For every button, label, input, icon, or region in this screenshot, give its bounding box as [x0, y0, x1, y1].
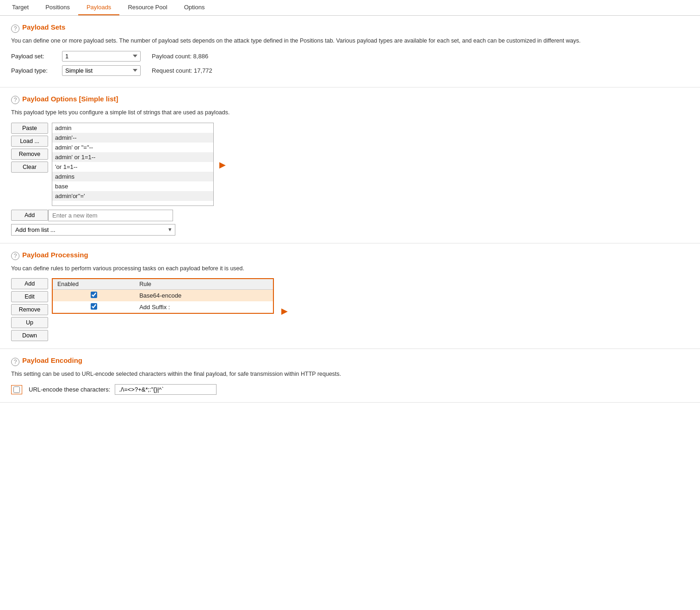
request-count: Request count: 17,772 [152, 67, 212, 74]
encoding-row: URL-encode these characters: [11, 384, 689, 395]
rule-cell: Base64-encode [135, 290, 273, 302]
proc-remove-button[interactable]: Remove [11, 304, 48, 315]
list-item[interactable]: admin'-- [52, 133, 213, 143]
enabled-header: Enabled [53, 279, 135, 290]
payload-list-box[interactable]: adminadmin'--admin' or "="--admin' or 1=… [52, 123, 214, 206]
payload-type-row: Payload type: Simple list Runtime file C… [11, 65, 689, 76]
payload-sets-desc: You can define one or more payload sets.… [11, 37, 689, 45]
proc-arrow-wrap: ▶ [279, 306, 288, 316]
load-button[interactable]: Load ... [11, 136, 48, 147]
payload-processing-section: ? Payload Processing You can define rule… [0, 243, 700, 349]
tab-options[interactable]: Options [176, 0, 213, 15]
proc-table: Enabled Rule Base64-encode Add Suffix : [53, 279, 273, 313]
payload-options-section: ? Payload Options [Simple list] This pay… [0, 87, 700, 243]
enabled-checkbox[interactable] [91, 292, 97, 298]
url-encode-chars-input[interactable] [115, 384, 217, 395]
payload-options-title: Payload Options [Simple list] [22, 95, 118, 103]
payload-set-select[interactable]: 1 2 [62, 51, 141, 62]
payload-options-header: ? Payload Options [Simple list] [11, 95, 689, 106]
list-item[interactable]: admin' or "="-- [52, 143, 213, 152]
proc-action-buttons: Add Edit Remove Up Down [11, 278, 48, 341]
table-row[interactable]: Add Suffix : [53, 301, 273, 313]
proc-up-button[interactable]: Up [11, 317, 48, 328]
payload-encoding-title: Payload Encoding [22, 356, 82, 364]
payload-sets-title: Payload Sets [22, 23, 65, 31]
payload-encoding-section: ? Payload Encoding This setting can be u… [0, 349, 700, 403]
list-item[interactable]: admin [52, 123, 213, 133]
list-arrow-icon: ▶ [219, 160, 226, 170]
tab-positions[interactable]: Positions [37, 0, 78, 15]
table-row[interactable]: Base64-encode [53, 290, 273, 302]
list-item[interactable]: admins [52, 172, 213, 181]
enabled-checkbox[interactable] [91, 303, 97, 310]
payload-sets-section: ? Payload Sets You can define one or mor… [0, 16, 700, 87]
payload-sets-header: ? Payload Sets [11, 23, 689, 34]
url-encode-checkbox[interactable] [13, 386, 20, 393]
add-from-list-row: Add from list ... [11, 224, 689, 236]
add-from-list-select[interactable]: Add from list ... [11, 224, 175, 236]
list-action-buttons: Paste Load ... Remove Clear [11, 123, 48, 173]
payload-sets-help-icon[interactable]: ? [11, 25, 19, 33]
payload-encoding-header: ? Payload Encoding [11, 356, 689, 367]
tab-bar: Target Positions Payloads Resource Pool … [0, 0, 700, 16]
enabled-cell [53, 290, 135, 302]
paste-button[interactable]: Paste [11, 123, 48, 134]
payload-encoding-desc: This setting can be used to URL-encode s… [11, 370, 689, 379]
add-from-list-wrap: Add from list ... [11, 224, 175, 236]
proc-down-button[interactable]: Down [11, 330, 48, 341]
payload-encoding-help-icon[interactable]: ? [11, 358, 19, 366]
rule-header: Rule [135, 279, 273, 290]
processing-layout: Add Edit Remove Up Down Enabled Rule Bas… [11, 278, 689, 341]
add-item-input[interactable] [48, 210, 173, 221]
payload-processing-desc: You can define rules to perform various … [11, 264, 689, 273]
add-item-button[interactable]: Add [11, 210, 48, 221]
payload-type-select[interactable]: Simple list Runtime file Custom iterator… [62, 65, 141, 76]
payload-set-row: Payload set: 1 2 Payload count: 8,886 [11, 51, 689, 62]
list-item[interactable]: admin'or''=' [52, 191, 213, 201]
list-item[interactable]: 'or 1=1-- [52, 162, 213, 172]
payload-type-label: Payload type: [11, 67, 62, 74]
proc-table-wrap: Enabled Rule Base64-encode Add Suffix : [52, 278, 274, 314]
payload-list-container: Paste Load ... Remove Clear adminadmin'-… [11, 123, 689, 206]
payload-processing-help-icon[interactable]: ? [11, 252, 19, 260]
tab-resource-pool[interactable]: Resource Pool [119, 0, 175, 15]
enc-checkbox-wrap [11, 385, 22, 394]
list-item[interactable]: admin' or 1=1-- [52, 152, 213, 162]
rule-cell: Add Suffix : [135, 301, 273, 313]
payload-options-desc: This payload type lets you configure a s… [11, 108, 689, 117]
tab-payloads[interactable]: Payloads [78, 0, 119, 15]
payload-processing-title: Payload Processing [22, 251, 88, 259]
payload-set-label: Payload set: [11, 53, 62, 60]
payload-processing-header: ? Payload Processing [11, 251, 689, 261]
payload-count: Payload count: 8,886 [152, 53, 208, 60]
payload-options-help-icon[interactable]: ? [11, 96, 19, 104]
clear-button[interactable]: Clear [11, 162, 48, 173]
proc-arrow-icon: ▶ [281, 306, 288, 316]
add-item-row: Add [11, 210, 689, 221]
remove-button[interactable]: Remove [11, 149, 48, 160]
tab-target[interactable]: Target [4, 0, 37, 15]
enabled-cell [53, 301, 135, 313]
proc-table-header: Enabled Rule [53, 279, 273, 290]
list-item[interactable]: base [52, 181, 213, 191]
proc-add-button[interactable]: Add [11, 278, 48, 289]
url-encode-label: URL-encode these characters: [29, 386, 110, 393]
proc-edit-button[interactable]: Edit [11, 291, 48, 302]
